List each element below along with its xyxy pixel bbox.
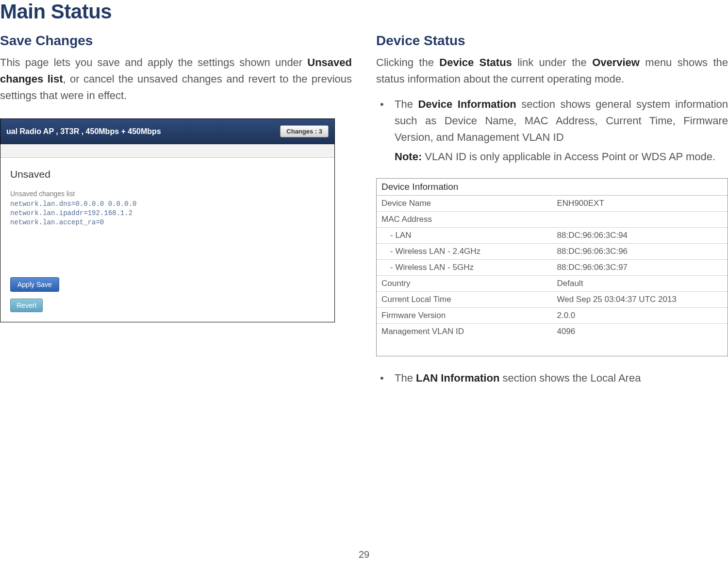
right-column: Device Status Clicking the Device Status… (376, 28, 728, 391)
bullet-device-information: The Device Information section shows gen… (376, 96, 728, 165)
table-cell-label: Country (377, 275, 552, 291)
left-column: Save Changes This page lets you save and… (0, 28, 352, 391)
text: The (395, 372, 416, 384)
text-bold: Device Information (418, 98, 516, 110)
table-cell-value: ENH900EXT (552, 196, 728, 212)
table-row: - Wireless LAN - 5GHz88:DC:96:06:3C:97 (377, 259, 728, 275)
revert-button[interactable]: Revert (10, 299, 43, 312)
unsaved-changes-screenshot: ual Radio AP , 3T3R , 450Mbps + 450Mbps … (0, 118, 335, 322)
bullet-lan-information: The LAN Information section shows the Lo… (376, 370, 728, 386)
table-cell-value: 88:DC:96:06:3C:94 (552, 227, 728, 243)
window-body: Unsaved Unsaved changes list network.lan… (0, 158, 334, 271)
table-row: Current Local TimeWed Sep 25 03:04:37 UT… (377, 291, 728, 307)
table-cell-label: - LAN (377, 227, 552, 243)
table-cell-label: Current Local Time (377, 291, 552, 307)
changes-button[interactable]: Changes : 3 (280, 125, 329, 137)
table-cell-value: Wed Sep 25 03:04:37 UTC 2013 (552, 291, 728, 307)
unsaved-list: network.lan.dns=0.0.0.0 0.0.0.0 network.… (10, 200, 325, 227)
table-cell-value: 88:DC:96:06:3C:96 (552, 243, 728, 259)
window-title-bar: ual Radio AP , 3T3R , 450Mbps + 450Mbps … (0, 119, 334, 144)
table-row: MAC Address (377, 211, 728, 227)
table-cell-label: - Wireless LAN - 5GHz (377, 259, 552, 275)
table-cell-value (552, 211, 728, 227)
table-cell-label: Device Name (377, 196, 552, 212)
device-status-heading: Device Status (376, 33, 728, 49)
table-row: Firmware Version2.0.0 (377, 307, 728, 323)
text-bold: LAN Information (416, 372, 499, 384)
text: link under the (512, 56, 592, 68)
table-cell-value: Default (552, 275, 728, 291)
text: This page lets you save and apply the se… (0, 56, 307, 68)
apply-save-button[interactable]: Apply Save (10, 277, 59, 292)
window-tabs-strip (0, 144, 334, 158)
save-changes-heading: Save Changes (0, 33, 352, 49)
save-changes-paragraph: This page lets you save and apply the se… (0, 54, 352, 104)
page-number: 29 (359, 549, 369, 560)
table-cell-label: - Wireless LAN - 2.4GHz (377, 243, 552, 259)
table-row: - LAN88:DC:96:06:3C:94 (377, 227, 728, 243)
note-text: VLAN ID is only applicable in Access Poi… (422, 151, 715, 163)
table-cell-value: 4096 (552, 323, 728, 339)
table-header: Device Information (377, 179, 728, 196)
table-cell-value: 88:DC:96:06:3C:97 (552, 259, 728, 275)
table-cell-label: Firmware Version (377, 307, 552, 323)
note-label: Note: (395, 151, 422, 163)
unsaved-heading: Unsaved (10, 168, 325, 180)
text-bold: Device Status (439, 56, 512, 68)
table-cell-label: MAC Address (377, 211, 552, 227)
table-cell-value: 2.0.0 (552, 307, 728, 323)
text-bold: Overview (592, 56, 640, 68)
device-status-paragraph: Clicking the Device Status link under th… (376, 54, 728, 87)
table-row: Management VLAN ID4096 (377, 323, 728, 339)
text: The (395, 98, 418, 110)
table-cell-label: Management VLAN ID (377, 323, 552, 339)
table-row: Device NameENH900EXT (377, 196, 728, 212)
window-title: ual Radio AP , 3T3R , 450Mbps + 450Mbps (6, 127, 161, 136)
text: section shows the Local Area (499, 372, 641, 384)
unsaved-list-header: Unsaved changes list (10, 190, 325, 198)
text: Clicking the (376, 56, 439, 68)
table-row: CountryDefault (377, 275, 728, 291)
device-information-table: Device Information Device NameENH900EXTM… (376, 178, 728, 356)
table-row: - Wireless LAN - 2.4GHz88:DC:96:06:3C:96 (377, 243, 728, 259)
page-title: Main Status (0, 0, 728, 23)
